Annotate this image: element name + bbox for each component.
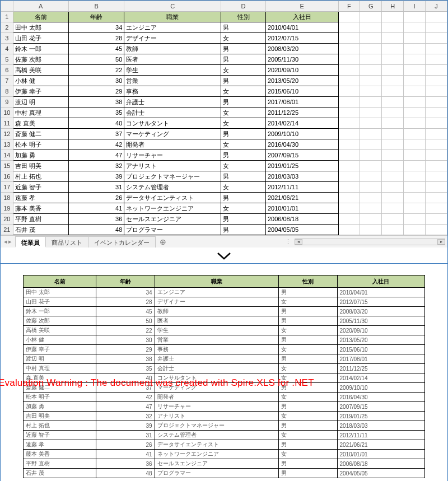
data-cell[interactable]: 22 [68,65,124,76]
data-cell[interactable]: プログラマー [124,225,221,235]
column-header[interactable]: J [426,1,447,12]
data-cell[interactable]: 医者 [124,54,221,65]
data-cell[interactable]: 41 [68,203,124,214]
empty-cell[interactable] [360,193,382,203]
empty-cell[interactable] [404,54,426,65]
empty-cell[interactable] [404,44,426,54]
row-header[interactable]: 21 [1,225,13,235]
empty-cell[interactable] [360,22,382,33]
empty-cell[interactable] [338,139,360,150]
data-cell[interactable]: 50 [68,54,124,65]
data-cell[interactable]: 女 [221,33,266,44]
data-cell[interactable]: アナリスト [124,161,221,171]
empty-cell[interactable] [360,108,382,118]
data-cell[interactable]: 2018/03/03 [265,171,338,182]
tab[interactable]: イベントカレンダー [88,236,156,247]
empty-cell[interactable] [404,12,426,22]
empty-cell[interactable] [382,182,404,193]
tab-add-button[interactable]: ⊕ [155,236,171,247]
empty-cell[interactable] [426,150,447,161]
data-cell[interactable]: 女 [221,86,266,97]
data-cell[interactable]: 2006/08/18 [265,214,338,225]
empty-cell[interactable] [404,76,426,86]
empty-cell[interactable] [404,129,426,139]
row-header[interactable]: 11 [1,118,13,129]
empty-cell[interactable] [360,118,382,129]
empty-cell[interactable] [404,118,426,129]
data-cell[interactable]: 2014/02/14 [265,118,338,129]
empty-cell[interactable] [338,44,360,54]
data-cell[interactable]: 弁護士 [124,97,221,108]
data-cell[interactable]: システム管理者 [124,182,221,193]
empty-cell[interactable] [426,54,447,65]
data-cell[interactable]: 30 [68,76,124,86]
column-header[interactable]: H [382,1,404,12]
empty-cell[interactable] [338,225,360,235]
spreadsheet-grid[interactable]: ABCDEFGHIJ 1名前年齢職業性別入社日2田中 太郎34エンジニア男201… [1,1,447,235]
data-cell[interactable]: エンジニア [124,22,221,33]
data-cell[interactable]: 中村 真理 [13,108,68,118]
data-cell[interactable]: 男 [221,97,266,108]
data-cell[interactable]: 女 [221,182,266,193]
empty-cell[interactable] [382,203,404,214]
data-cell[interactable]: 斎藤 健二 [13,129,68,139]
empty-cell[interactable] [338,108,360,118]
empty-cell[interactable] [360,182,382,193]
empty-cell[interactable] [360,12,382,22]
data-cell[interactable]: 2013/05/20 [265,76,338,86]
data-cell[interactable]: 加藤 勇 [13,150,68,161]
empty-cell[interactable] [360,54,382,65]
data-cell[interactable]: データサイエンティスト [124,193,221,203]
empty-cell[interactable] [382,97,404,108]
data-cell[interactable]: 男 [221,193,266,203]
data-cell[interactable]: 営業 [124,76,221,86]
data-cell[interactable]: 2005/11/30 [265,54,338,65]
data-cell[interactable]: 48 [68,225,124,235]
data-cell[interactable]: 小林 健 [13,76,68,86]
empty-cell[interactable] [426,12,447,22]
data-cell[interactable]: 2010/04/01 [265,22,338,33]
row-header[interactable]: 7 [1,76,13,86]
empty-cell[interactable] [382,54,404,65]
empty-cell[interactable] [338,65,360,76]
data-cell[interactable]: 31 [68,182,124,193]
data-cell[interactable]: 開発者 [124,139,221,150]
data-cell[interactable]: 高橋 美咲 [13,65,68,76]
empty-cell[interactable] [382,139,404,150]
data-cell[interactable]: 平野 直樹 [13,214,68,225]
select-all-corner[interactable] [1,1,13,12]
data-cell[interactable]: 松本 明子 [13,139,68,150]
data-cell[interactable]: プロジェクトマネージャー [124,171,221,182]
empty-cell[interactable] [426,22,447,33]
empty-cell[interactable] [404,108,426,118]
empty-cell[interactable] [382,22,404,33]
tab-nav-next-icon[interactable]: ▸ [8,238,12,245]
row-header[interactable]: 8 [1,86,13,97]
column-header[interactable]: E [265,1,338,12]
empty-cell[interactable] [360,203,382,214]
data-cell[interactable]: 女 [221,108,266,118]
data-cell[interactable]: 男 [221,150,266,161]
data-cell[interactable]: 会計士 [124,108,221,118]
row-header[interactable]: 3 [1,33,13,44]
empty-cell[interactable] [426,129,447,139]
tab-nav-prev-icon[interactable]: ◂ [4,238,7,245]
splitter-handle-icon[interactable]: ⋮ [285,238,295,245]
data-cell[interactable]: マーケティング [124,129,221,139]
empty-cell[interactable] [382,225,404,235]
empty-cell[interactable] [382,118,404,129]
empty-cell[interactable] [382,161,404,171]
data-cell[interactable]: 26 [68,193,124,203]
row-header[interactable]: 10 [1,108,13,118]
empty-cell[interactable] [404,193,426,203]
column-header[interactable]: D [221,1,266,12]
empty-cell[interactable] [426,97,447,108]
data-cell[interactable]: 32 [68,161,124,171]
data-cell[interactable]: 学生 [124,65,221,76]
header-cell[interactable]: 性別 [221,12,266,22]
data-cell[interactable]: ネットワークエンジニア [124,203,221,214]
row-header[interactable]: 9 [1,97,13,108]
data-cell[interactable]: 女 [221,139,266,150]
row-header[interactable]: 17 [1,182,13,193]
data-cell[interactable]: リサーチャー [124,150,221,161]
